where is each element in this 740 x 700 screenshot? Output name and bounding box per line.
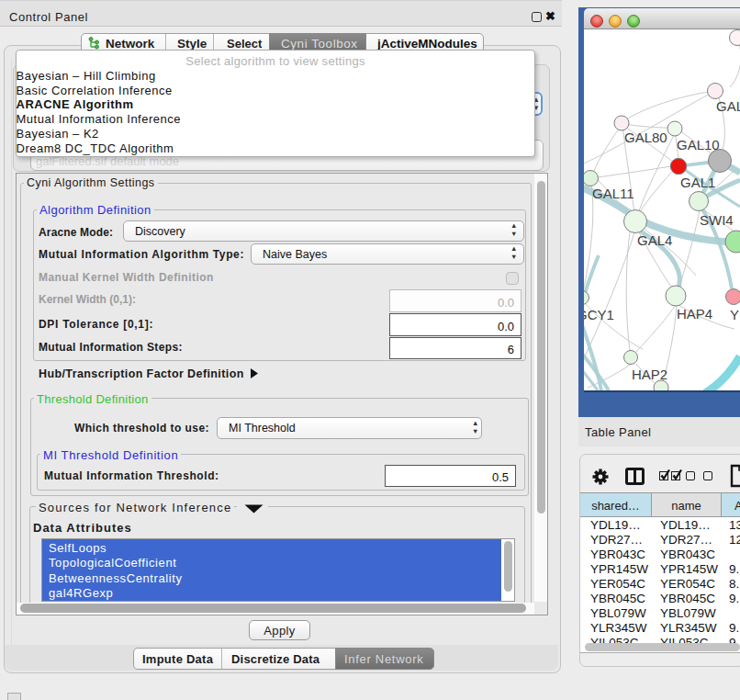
svg-text:Y: Y: [730, 307, 739, 322]
svg-text:GAL80: GAL80: [624, 130, 667, 145]
svg-text:GCY1: GCY1: [584, 307, 614, 322]
svg-text:GAL11: GAL11: [592, 186, 634, 201]
svg-text:GAL2: GAL2: [716, 98, 740, 114]
svg-text:HAP2: HAP2: [632, 367, 667, 382]
svg-text:HAP4: HAP4: [677, 306, 712, 322]
svg-text:GAL1: GAL1: [680, 175, 715, 190]
svg-text:SWI4: SWI4: [700, 212, 734, 228]
svg-text:GAL10: GAL10: [677, 137, 720, 152]
svg-text:GAL4: GAL4: [637, 232, 672, 248]
